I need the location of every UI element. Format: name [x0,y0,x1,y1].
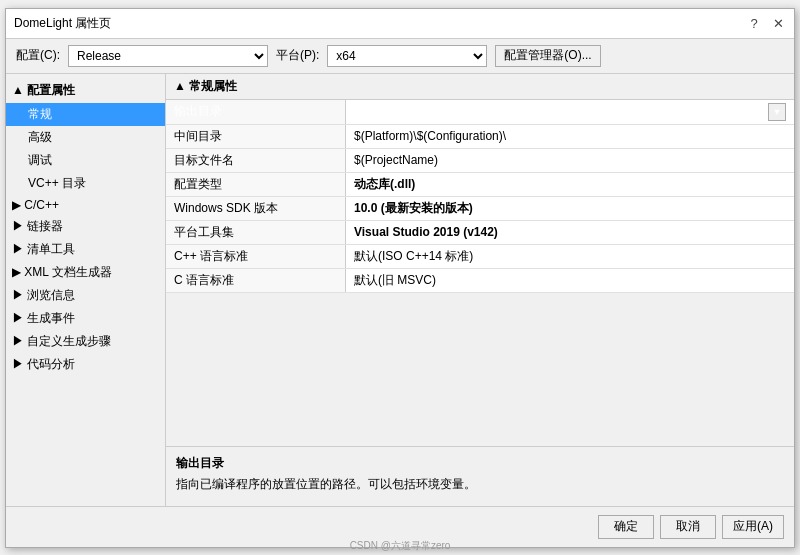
prop-value: $(Platform)\$(Configuration)\ [346,125,794,148]
title-controls: ? ✕ [746,15,786,31]
table-row[interactable]: 配置类型动态库(.dll) [166,173,794,197]
desc-title: 输出目录 [176,455,784,472]
tree-items: 常规高级调试VC++ 目录▶ C/C++▶ 链接器▶ 清单工具▶ XML 文档生… [6,103,165,376]
prop-value: 默认(ISO C++14 标准) [346,245,794,268]
help-button[interactable]: ? [746,15,762,31]
config-manager-button[interactable]: 配置管理器(O)... [495,45,600,67]
prop-name: 中间目录 [166,125,346,148]
prop-name: 平台工具集 [166,221,346,244]
apply-button[interactable]: 应用(A) [722,515,784,539]
table-row[interactable]: Windows SDK 版本10.0 (最新安装的版本) [166,197,794,221]
config-label: 配置(C): [16,47,60,64]
tree-item[interactable]: ▶ XML 文档生成器 [6,261,165,284]
tree-item[interactable]: ▶ 生成事件 [6,307,165,330]
prop-name: C 语言标准 [166,269,346,292]
table-row[interactable]: C 语言标准默认(旧 MSVC) [166,269,794,293]
title-bar: DomeLight 属性页 ? ✕ [6,9,794,39]
prop-value: 动态库(.dll) [346,173,794,196]
prop-value: $(SolutionDir)$(Platform)\$(Configuratio… [346,100,794,124]
main-dialog: DomeLight 属性页 ? ✕ 配置(C): Release 平台(P): … [5,8,795,548]
left-panel: ▲ 配置属性 常规高级调试VC++ 目录▶ C/C++▶ 链接器▶ 清单工具▶ … [6,74,166,506]
toolbar: 配置(C): Release 平台(P): x64 配置管理器(O)... [6,39,794,74]
description-area: 输出目录 指向已编译程序的放置位置的路径。可以包括环境变量。 [166,446,794,506]
tree-item[interactable]: VC++ 目录 [6,172,165,195]
prop-value: $(ProjectName) [346,149,794,172]
table-row[interactable]: 中间目录$(Platform)\$(Configuration)\ [166,125,794,149]
tree-item[interactable]: ▶ 自定义生成步骤 [6,330,165,353]
right-panel: ▲ 常规属性 输出目录$(SolutionDir)$(Platform)\$(C… [166,74,794,506]
config-select[interactable]: Release [68,45,268,67]
tree-item[interactable]: ▶ 清单工具 [6,238,165,261]
table-row[interactable]: 目标文件名$(ProjectName) [166,149,794,173]
prop-table-header: ▲ 常规属性 [166,74,794,100]
table-row[interactable]: 平台工具集Visual Studio 2019 (v142) [166,221,794,245]
main-content: ▲ 配置属性 常规高级调试VC++ 目录▶ C/C++▶ 链接器▶ 清单工具▶ … [6,74,794,506]
cancel-button[interactable]: 取消 [660,515,716,539]
dialog-title: DomeLight 属性页 [14,15,111,32]
platform-label: 平台(P): [276,47,319,64]
tree-item[interactable]: ▶ 链接器 [6,215,165,238]
tree-item[interactable]: ▶ 代码分析 [6,353,165,376]
prop-table: 输出目录$(SolutionDir)$(Platform)\$(Configur… [166,100,794,446]
platform-select[interactable]: x64 [327,45,487,67]
prop-value: 10.0 (最新安装的版本) [346,197,794,220]
tree-item[interactable]: ▶ 浏览信息 [6,284,165,307]
prop-name: Windows SDK 版本 [166,197,346,220]
prop-value: Visual Studio 2019 (v142) [346,221,794,244]
table-row[interactable]: 输出目录$(SolutionDir)$(Platform)\$(Configur… [166,100,794,125]
tree-item[interactable]: 常规 [6,103,165,126]
prop-name: 输出目录 [166,100,346,124]
footer: 确定 取消 应用(A) [6,506,794,547]
tree-item[interactable]: 高级 [6,126,165,149]
prop-name: 目标文件名 [166,149,346,172]
ok-button[interactable]: 确定 [598,515,654,539]
tree-item[interactable]: ▶ C/C++ [6,195,165,215]
tree-header-label: ▲ 配置属性 [12,82,75,99]
prop-dropdown-button[interactable]: ▼ [768,103,786,121]
close-button[interactable]: ✕ [770,15,786,31]
prop-value: 默认(旧 MSVC) [346,269,794,292]
prop-name: 配置类型 [166,173,346,196]
table-row[interactable]: C++ 语言标准默认(ISO C++14 标准) [166,245,794,269]
prop-header-label: ▲ 常规属性 [174,78,237,95]
tree-item[interactable]: 调试 [6,149,165,172]
tree-header: ▲ 配置属性 [6,78,165,103]
prop-name: C++ 语言标准 [166,245,346,268]
desc-text: 指向已编译程序的放置位置的路径。可以包括环境变量。 [176,476,784,493]
